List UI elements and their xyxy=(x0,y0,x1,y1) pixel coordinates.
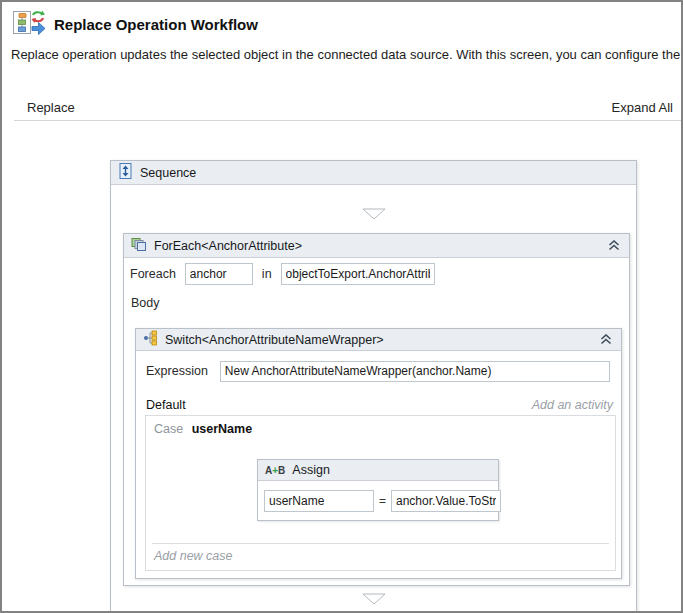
foreach-label: Foreach xyxy=(130,267,176,281)
section-separator xyxy=(14,120,681,121)
title-row: Replace Operation Workflow xyxy=(12,8,258,41)
add-activity-link[interactable]: Add an activity xyxy=(532,398,613,412)
workflow-icon xyxy=(12,8,46,41)
foreach-row: Foreach in xyxy=(130,263,435,285)
expand-all-link[interactable]: Expand All xyxy=(612,100,673,115)
foreach-title: ForEach<AnchorAttribute> xyxy=(154,239,302,253)
collapse-switch-icon[interactable] xyxy=(598,332,614,347)
assign-row: = xyxy=(264,490,501,512)
sequence-title: Sequence xyxy=(140,166,196,180)
section-label-replace[interactable]: Replace xyxy=(27,100,75,115)
foreach-header[interactable]: ForEach<AnchorAttribute> xyxy=(124,234,629,258)
drop-target-triangle-icon[interactable] xyxy=(362,206,386,224)
collapse-foreach-icon[interactable] xyxy=(606,238,622,253)
assign-title: Assign xyxy=(292,463,330,477)
body-label: Body xyxy=(131,296,160,310)
sequence-activity[interactable]: Sequence ForEach<AnchorAttribute> xyxy=(110,160,637,613)
page-description: Replace operation updates the selected o… xyxy=(11,47,681,62)
case-name: userName xyxy=(192,422,252,436)
switch-header[interactable]: Switch<AnchorAttributeNameWrapper> xyxy=(136,329,621,351)
replace-operation-window: Replace Operation Workflow Replace opera… xyxy=(0,0,683,613)
assign-header[interactable]: A+B Assign xyxy=(258,460,498,481)
sequence-icon xyxy=(118,163,133,182)
expression-label: Expression xyxy=(146,364,208,378)
foreach-collection-input[interactable] xyxy=(281,263,435,285)
switch-icon xyxy=(143,330,158,349)
add-new-case-link[interactable]: Add new case xyxy=(146,544,615,570)
expression-input[interactable] xyxy=(220,361,610,382)
foreach-variable-input[interactable] xyxy=(185,263,253,285)
default-row: Default Add an activity xyxy=(146,397,613,413)
add-case-area: Add new case xyxy=(146,543,615,570)
assign-to-input[interactable] xyxy=(264,490,374,512)
expression-row: Expression xyxy=(146,360,610,382)
page-title: Replace Operation Workflow xyxy=(54,16,258,33)
in-label: in xyxy=(262,267,272,281)
assign-value-input[interactable] xyxy=(391,490,501,512)
case-label: Case xyxy=(154,422,183,436)
switch-activity[interactable]: Switch<AnchorAttributeNameWrapper> Expre… xyxy=(135,328,622,579)
assign-icon: A+B xyxy=(265,465,285,476)
assign-equals: = xyxy=(379,494,386,508)
assign-activity[interactable]: A+B Assign = xyxy=(257,459,499,521)
default-label: Default xyxy=(146,398,186,412)
switch-title: Switch<AnchorAttributeNameWrapper> xyxy=(165,333,384,347)
switch-cases-box: Case userName A+B Assign = xyxy=(145,415,616,571)
foreach-icon xyxy=(131,237,147,255)
sequence-header[interactable]: Sequence xyxy=(111,161,636,185)
foreach-activity[interactable]: ForEach<AnchorAttribute> Foreach in Body xyxy=(123,233,630,586)
case-row[interactable]: Case userName xyxy=(146,416,615,436)
drop-target-triangle-icon[interactable] xyxy=(362,591,386,609)
section-row: Replace Expand All xyxy=(2,98,681,120)
